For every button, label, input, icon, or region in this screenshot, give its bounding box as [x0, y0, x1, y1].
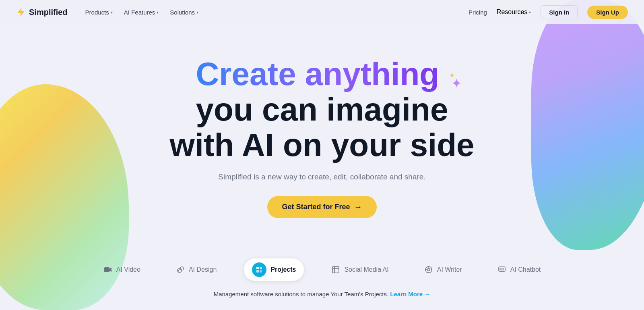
logo[interactable]: Simplified — [16, 7, 68, 17]
svg-rect-17 — [500, 268, 501, 270]
svg-rect-0 — [104, 267, 109, 272]
nav-items-left: Products ▾ AI Features ▾ Solutions ▾ — [80, 6, 203, 19]
navbar-left: Simplified Products ▾ AI Features ▾ Solu… — [16, 6, 203, 19]
svg-rect-4 — [260, 267, 262, 269]
svg-rect-19 — [503, 268, 504, 270]
brand-name: Simplified — [29, 8, 68, 17]
ai-design-icon — [176, 265, 185, 274]
sparkle-large-icon: ✦ — [452, 78, 461, 90]
svg-rect-3 — [256, 267, 259, 269]
hero-headline-part1: Create anything — [196, 56, 440, 92]
arrow-icon: → — [424, 291, 430, 298]
bottom-bar-text: Management software solutions to manage … — [0, 291, 644, 298]
get-started-button[interactable]: Get Started for Free → — [267, 196, 376, 218]
nav-pricing[interactable]: Pricing — [469, 9, 487, 16]
tab-ai-design[interactable]: AI Design — [168, 261, 225, 278]
chevron-down-icon: ▾ — [111, 10, 113, 15]
chevron-down-icon: ▾ — [196, 10, 198, 15]
tab-ai-writer[interactable]: AI Writer — [416, 261, 470, 278]
nav-item-ai-features[interactable]: AI Features ▾ — [119, 6, 164, 19]
nav-resources[interactable]: Resources ▾ — [497, 8, 531, 16]
nav-item-solutions[interactable]: Solutions ▾ — [165, 6, 203, 19]
logo-icon — [16, 7, 26, 17]
cta-arrow-icon: → — [354, 202, 362, 212]
learn-more-link[interactable]: Learn More → — [390, 291, 430, 298]
nav-item-products[interactable]: Products ▾ — [80, 6, 118, 19]
sign-in-button[interactable]: Sign In — [541, 5, 578, 19]
projects-icon — [252, 262, 266, 277]
navbar-right: Pricing Resources ▾ Sign In Sign Up — [469, 5, 628, 19]
svg-rect-18 — [501, 268, 502, 270]
tab-projects[interactable]: Projects — [244, 258, 304, 281]
tab-social-media-ai[interactable]: Social Media AI — [323, 261, 396, 278]
svg-point-2 — [180, 267, 184, 270]
chevron-down-icon: ▾ — [157, 10, 159, 15]
ai-writer-icon — [424, 265, 433, 274]
ai-video-icon — [103, 265, 112, 274]
hero-subtitle: Simplified is a new way to create, edit,… — [218, 173, 425, 181]
hero-headline: Create anything ✦ ✦ you can imagine with… — [141, 56, 503, 163]
social-media-icon — [331, 265, 340, 274]
ai-chatbot-icon — [497, 265, 506, 274]
hero-section: Create anything ✦ ✦ you can imagine with… — [0, 24, 644, 234]
svg-rect-6 — [260, 270, 262, 273]
navbar: Simplified Products ▾ AI Features ▾ Solu… — [0, 0, 644, 24]
tab-ai-chatbot[interactable]: AI Chatbot — [489, 261, 549, 278]
hero-headline-part2: you can imagine — [196, 92, 448, 127]
feature-tabs: AI Video AI Design Projects — [0, 258, 644, 281]
svg-rect-5 — [256, 270, 259, 273]
sparkle-small-icon: ✦ — [449, 72, 454, 79]
svg-point-11 — [427, 268, 430, 271]
sign-up-button[interactable]: Sign Up — [587, 6, 628, 19]
hero-headline-part3: with AI on your side — [169, 127, 474, 163]
tab-ai-video[interactable]: AI Video — [95, 261, 149, 278]
svg-rect-7 — [332, 266, 339, 273]
chevron-down-icon: ▾ — [529, 10, 531, 15]
